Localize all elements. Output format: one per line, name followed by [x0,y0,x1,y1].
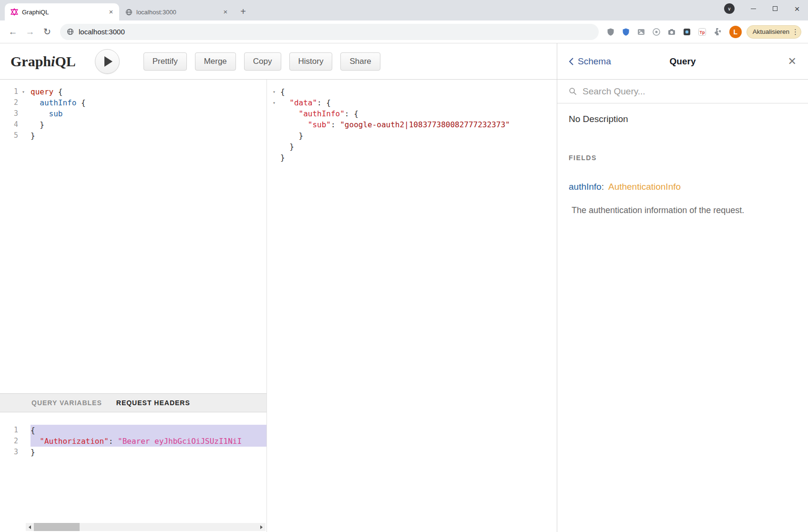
copy-button[interactable]: Copy [244,52,281,71]
line-number: 4 [0,119,26,130]
update-menu-button[interactable]: Aktualisieren ⋮ [747,25,801,39]
docs-close-button[interactable]: ✕ [788,55,797,68]
extension-shield-blue-icon[interactable] [621,27,631,37]
tab-graphiql[interactable]: GraphiQL × [5,3,119,20]
update-label: Aktualisieren [753,28,789,35]
maximize-icon [773,6,777,11]
code-line: query { [31,86,266,97]
field-name-link[interactable]: authInfo [569,182,602,192]
play-icon [104,56,113,67]
code-line: "Authorization": "Bearer eyJhbGciOiJSUzI… [31,436,266,447]
code-token: : { [345,108,358,119]
merge-button[interactable]: Merge [195,52,236,71]
code-line: authInfo { [31,97,266,108]
line-number: 3 [0,108,26,119]
line-number-gutter: 1▾2345 [0,80,26,393]
extension-shield-gray-icon[interactable] [605,27,616,37]
result-code[interactable]: ▾{▾ "data": { "authInfo": { "sub": "goog… [267,80,557,532]
fold-toggle-icon[interactable]: ▾ [271,97,280,108]
maximize-button[interactable] [764,0,786,17]
scrollbar-thumb[interactable] [34,523,80,531]
fold-gutter-cell [271,119,280,130]
toolbar-buttons: Prettify Merge Copy History Share [143,52,380,71]
field-separator: : [602,182,604,192]
minimize-icon [751,9,756,9]
profile-avatar[interactable]: L [729,26,742,38]
reload-button[interactable]: ↻ [39,24,55,40]
extension-tp-icon[interactable]: Tp [697,27,707,37]
extension-image-icon[interactable] [636,27,646,37]
query-code[interactable]: query { authInfo { sub }} [26,80,266,393]
code-line: } [271,152,557,163]
graphiql-main: GraphiQL Prettify Merge Copy History Sha… [0,43,557,532]
tab-search-button[interactable]: ∨ [724,3,735,14]
close-icon: × [794,4,799,13]
scroll-left-button[interactable] [26,523,34,531]
menu-dots-icon: ⋮ [792,28,798,36]
share-button[interactable]: Share [340,52,380,71]
arrow-right-icon [260,525,263,529]
type-description: No Description [569,114,797,124]
code-token: : { [317,97,331,108]
close-tab-icon[interactable]: × [107,8,115,16]
tab-request-headers[interactable]: REQUEST HEADERS [116,399,190,407]
code-token [280,119,308,130]
code-token: authInfo [40,97,76,108]
headers-code[interactable]: { "Authorization": "Bearer eyJhbGciOiJSU… [26,412,266,532]
fold-gutter-cell [271,152,280,163]
editor-column: 1▾2345 query { authInfo { sub }} QUERY V… [0,80,267,532]
forward-button[interactable]: → [22,24,38,40]
globe-favicon-icon [125,8,133,16]
code-token: "google-oauth2|108377380082777232373" [340,119,510,130]
field-row: authInfo:AuthenticationInfo [569,182,797,192]
code-line: } [271,141,557,152]
code-token: { [31,425,35,436]
execute-button[interactable] [95,49,120,74]
fold-gutter-cell [271,130,280,141]
prettify-button[interactable]: Prettify [143,52,187,71]
fold-toggle-icon[interactable]: ▾ [271,86,280,97]
line-number-gutter: 123 [0,412,26,532]
extension-record-icon[interactable] [651,27,662,37]
code-token: "sub" [308,119,331,130]
horizontal-scrollbar[interactable] [26,523,266,531]
tab-title: localhost:3000 [136,9,221,16]
fold-toggle-icon[interactable]: ▾ [22,86,25,97]
extension-dark-app-icon[interactable] [682,27,692,37]
code-line: "authInfo": { [271,108,557,119]
logo-graph: Graph [10,53,51,69]
code-token: } [280,152,285,163]
minimize-button[interactable] [742,0,764,17]
tab-localhost[interactable]: localhost:3000 × [119,3,234,20]
tab-strip: GraphiQL × localhost:3000 × + ∨ × [0,0,808,20]
code-line: } [31,119,266,130]
close-window-button[interactable]: × [786,0,808,17]
docs-search-input[interactable] [583,86,797,97]
extension-camera-icon[interactable] [666,27,677,37]
code-token: { [280,86,285,97]
back-button[interactable]: ← [5,24,21,40]
type-name-link[interactable]: AuthenticationInfo [608,182,681,192]
line-number: 2 [0,97,26,108]
line-number: 2 [0,436,26,447]
scrollbar-track[interactable] [34,523,257,531]
code-token: : [109,436,118,447]
code-token: "Authorization" [40,436,109,447]
line-number: 3 [0,447,26,458]
tab-query-variables[interactable]: QUERY VARIABLES [31,399,102,407]
docs-back-button[interactable]: Schema [569,56,611,67]
history-button[interactable]: History [289,52,333,71]
puzzle-icon[interactable] [712,27,723,37]
close-tab-icon[interactable]: × [221,8,230,16]
extension-icons: Tp [603,27,725,37]
site-info-icon[interactable] [67,28,74,35]
scroll-right-button[interactable] [257,523,266,531]
new-tab-button[interactable]: + [236,5,250,18]
request-headers-editor: 123 { "Authorization": "Bearer eyJhbGciO… [0,412,266,532]
address-bar[interactable]: localhost:3000 [60,24,599,40]
browser-navbar: ← → ↻ localhost:3000 [0,20,808,43]
code-token: { [53,86,62,97]
graphql-logo-icon [10,8,18,16]
code-line: { [31,425,266,436]
docs-search-bar [557,80,808,103]
